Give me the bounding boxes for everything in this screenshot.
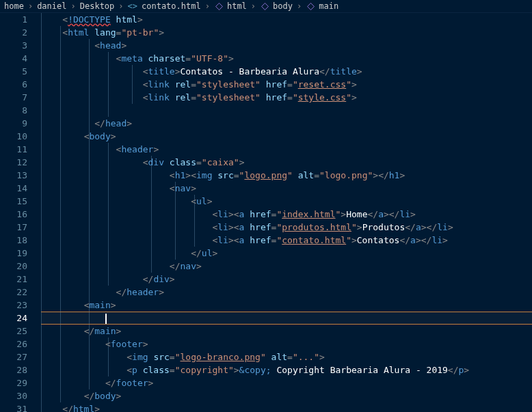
code-line[interactable]: </footer>	[41, 376, 532, 389]
line-number: 28	[0, 363, 27, 376]
line-number: 26	[0, 338, 27, 351]
line-number: 29	[0, 376, 27, 389]
code-line[interactable]: <div class="caixa">	[41, 156, 532, 169]
file-icon: <>	[128, 1, 137, 11]
line-number: 2	[0, 26, 27, 39]
code-line[interactable]: </div>	[41, 273, 532, 286]
code-line[interactable]: <footer>	[41, 338, 532, 351]
code-line[interactable]: <link rel="stylesheet" href="reset.css">	[41, 78, 532, 91]
line-number: 10	[0, 130, 27, 143]
code-line[interactable]: <nav>	[41, 182, 532, 195]
line-number: 30	[0, 389, 27, 402]
code-line[interactable]	[41, 104, 532, 117]
line-number: 12	[0, 156, 27, 169]
breadcrumb-symbol[interactable]: html	[227, 1, 247, 11]
code-line[interactable]: <title>Contatos - Barbearia Alura</title…	[41, 65, 532, 78]
line-number: 17	[0, 221, 27, 234]
code-line[interactable]: <main>	[41, 299, 532, 312]
code-line[interactable]: <meta charset="UTF-8">	[41, 52, 532, 65]
line-number: 23	[0, 299, 27, 312]
code-line[interactable]: <html lang="pt-br">	[41, 26, 532, 39]
line-number: 27	[0, 351, 27, 363]
symbol-icon	[215, 3, 223, 10]
code-line[interactable]: <li><a href="index.html">Home</a></li>	[41, 208, 532, 221]
chevron-right-icon: ›	[297, 1, 302, 11]
line-number: 15	[0, 195, 27, 208]
code-line[interactable]: </body>	[41, 389, 532, 402]
line-number: 3	[0, 39, 27, 52]
line-number: 6	[0, 78, 27, 91]
line-number: 11	[0, 143, 27, 156]
line-number: 5	[0, 65, 27, 78]
line-number: 22	[0, 286, 27, 299]
symbol-icon	[261, 3, 269, 10]
line-number: 1	[0, 13, 27, 26]
chevron-right-icon: ›	[71, 1, 76, 11]
line-number: 25	[0, 325, 27, 338]
line-number: 8	[0, 104, 27, 117]
code-line[interactable]: <body>	[41, 130, 532, 143]
line-number: 20	[0, 260, 27, 273]
chevron-right-icon: ›	[28, 1, 33, 11]
line-number: 9	[0, 117, 27, 130]
code-line[interactable]: <head>	[41, 39, 532, 52]
line-number-gutter: 1 2 3 4 5 6 7 8 9 10 11 12 13 14 15 16 1…	[0, 13, 40, 411]
code-line[interactable]: <header>	[41, 143, 532, 156]
breadcrumb-symbol[interactable]: body	[273, 1, 293, 11]
chevron-right-icon: ›	[251, 1, 256, 11]
breadcrumb-file[interactable]: contato.html	[142, 1, 201, 11]
code-line[interactable]: <img src="logo-branco.png" alt="...">	[41, 351, 532, 363]
code-line[interactable]: <p class="copyright">&copy; Copyright Ba…	[41, 363, 532, 376]
breadcrumb-item[interactable]: Desktop	[80, 1, 115, 11]
breadcrumb-item[interactable]: daniel	[37, 1, 66, 11]
code-line[interactable]: </header>	[41, 286, 532, 299]
line-number: 18	[0, 234, 27, 247]
breadcrumb[interactable]: home › daniel › Desktop › <> contato.htm…	[0, 0, 532, 13]
line-number: 7	[0, 91, 27, 104]
line-number: 13	[0, 169, 27, 182]
code-line[interactable]: <li><a href="produtos.html">Produtos</a>…	[41, 221, 532, 234]
code-line[interactable]: <h1><img src="logo.png" alt="logo.png"><…	[41, 169, 532, 182]
breadcrumb-item[interactable]: home	[4, 1, 24, 11]
code-line[interactable]: <!DOCTYPE html>	[41, 13, 532, 26]
breadcrumb-symbol[interactable]: main	[319, 1, 338, 11]
line-number: 16	[0, 208, 27, 221]
code-line[interactable]: <link rel="stylesheet" href="style.css">	[41, 91, 532, 104]
code-area[interactable]: <!DOCTYPE html> <html lang="pt-br"> <hea…	[40, 13, 532, 411]
line-number: 31	[0, 402, 27, 412]
line-number: 14	[0, 182, 27, 195]
code-line[interactable]: </main>	[41, 325, 532, 338]
text-cursor	[105, 314, 107, 324]
chevron-right-icon: ›	[118, 1, 123, 11]
code-line[interactable]: </nav>	[41, 260, 532, 273]
line-number: 19	[0, 247, 27, 260]
code-line[interactable]: <li><a href="contato.html">Contatos</a><…	[41, 234, 532, 247]
line-number: 21	[0, 273, 27, 286]
code-editor[interactable]: 1 2 3 4 5 6 7 8 9 10 11 12 13 14 15 16 1…	[0, 13, 532, 411]
line-number: 24	[0, 312, 27, 325]
code-line-active[interactable]	[41, 312, 532, 325]
code-line[interactable]: </html>	[41, 402, 532, 412]
line-number: 4	[0, 52, 27, 65]
symbol-icon	[307, 3, 315, 10]
chevron-right-icon: ›	[205, 1, 210, 11]
code-line[interactable]: </head>	[41, 117, 532, 130]
code-line[interactable]: <ul>	[41, 195, 532, 208]
code-line[interactable]: </ul>	[41, 247, 532, 260]
